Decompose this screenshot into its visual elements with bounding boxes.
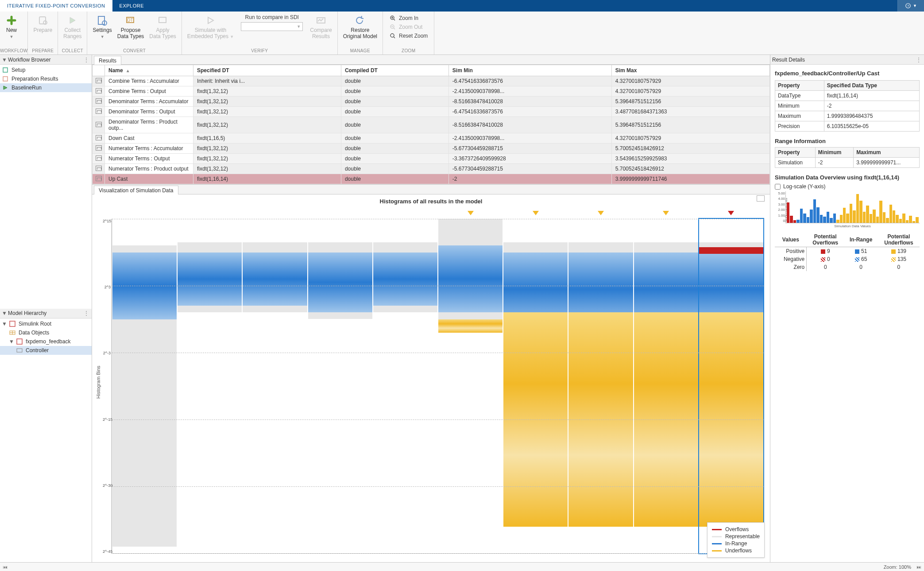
histogram-column[interactable] [112, 219, 177, 553]
tab-explore[interactable]: EXPLORE [112, 0, 151, 12]
zoom-reset-icon [389, 32, 396, 39]
histogram-column[interactable] [308, 219, 372, 553]
legend-swatch-in [712, 543, 722, 544]
app-tabbar: ITERATIVE FIXED-POINT CONVERSION EXPLORE… [0, 0, 924, 12]
log-scale-checkbox[interactable] [775, 184, 781, 190]
workflow-item-setup[interactable]: Setup [0, 66, 92, 74]
overflow-marker-icon [533, 211, 539, 215]
panel-menu-icon[interactable]: ⋮ [915, 57, 922, 63]
group-label-manage: MANAGE [338, 47, 383, 54]
col-simmin[interactable]: Sim Min [448, 65, 611, 76]
tab-visualization[interactable]: Visualization of Simulation Data [94, 186, 178, 194]
settings-button[interactable]: Settings▼ [90, 13, 114, 41]
prepare-button: Prepare [31, 13, 55, 35]
tree-node-data-objects[interactable]: Data Objects [0, 328, 92, 337]
run-to-compare-label: Run to compare in SDI [245, 14, 299, 20]
tab-results[interactable]: Results [94, 56, 121, 65]
overflow-marker-icon [468, 211, 474, 215]
table-row[interactable]: Denominator Terms : Product outp...fixdt… [93, 117, 770, 133]
histogram-column[interactable] [634, 219, 698, 553]
histogram-column[interactable] [438, 219, 503, 553]
run-to-compare-dropdown[interactable]: ▼ [241, 22, 303, 31]
col-name[interactable]: Name▲ [105, 65, 193, 76]
play-icon [66, 14, 79, 27]
subsystem-icon [16, 347, 23, 353]
histogram-column[interactable] [243, 219, 307, 553]
workflow-browser-header: ▼ Workflow Browser ⋮ [0, 55, 92, 65]
histogram-column[interactable] [373, 219, 437, 553]
minichart-xlabel: Simulation Data Values [785, 224, 920, 228]
tree-node-simulink-root[interactable]: ▼ Simulink Root [0, 319, 92, 328]
new-button[interactable]: New▼ [3, 13, 20, 41]
apply-icon [157, 14, 169, 27]
zoom-in-button[interactable]: Zoom In [388, 14, 429, 22]
overflow-marker-icon [598, 211, 604, 215]
propose-icon: DT [124, 14, 137, 27]
histogram-column[interactable] [178, 219, 242, 553]
propose-data-types-button[interactable]: DT Propose Data Types [115, 13, 147, 41]
tree-node-controller[interactable]: Controller [0, 346, 92, 355]
svg-point-14 [390, 34, 394, 37]
table-row[interactable]: Combine Terms : AccumulatorInherit: Inhe… [93, 76, 770, 86]
model-hierarchy-title: Model Hierarchy [8, 310, 83, 316]
svg-rect-9 [159, 17, 166, 23]
viz-tabrow: Visualization of Simulation Data [92, 185, 770, 194]
svg-rect-23 [17, 349, 22, 352]
col-icon[interactable] [93, 65, 105, 76]
chevron-down-icon: ▼ [297, 24, 301, 29]
reset-zoom-button[interactable]: Reset Zoom [388, 32, 429, 40]
signal-icon [96, 145, 102, 151]
histogram-column[interactable] [503, 219, 568, 553]
collect-ranges-button: Collect Ranges [61, 13, 84, 41]
restore-original-model-button[interactable]: Restore Original Model [340, 13, 380, 41]
workflow-item-baseline-run[interactable]: BaselineRun [0, 83, 92, 92]
help-icon: ? [905, 3, 911, 9]
table-row[interactable]: Combine Terms : Outputfixdt(1,32,12)doub… [93, 86, 770, 97]
table-row[interactable]: Numerator Terms : Outputfixdt(1,32,12)do… [93, 154, 770, 164]
histogram-column[interactable] [699, 219, 763, 553]
table-row[interactable]: Denominator Terms : Outputfixdt(1,32,12)… [93, 107, 770, 117]
col-simmax[interactable]: Sim Max [611, 65, 769, 76]
zoom-out-button: Zoom Out [388, 23, 429, 31]
prepare-icon [37, 14, 49, 27]
collapse-icon[interactable]: ▼ [9, 338, 13, 345]
group-label-workflow: WORKFLOW [0, 47, 27, 54]
log-scale-label: Log-scale (Y-axis) [783, 183, 826, 190]
table-row[interactable]: Denominator Terms : Accumulatorfixdt(1,3… [93, 97, 770, 107]
model-icon [16, 338, 23, 345]
tree-node-model[interactable]: ▼ fxpdemo_feedback [0, 337, 92, 346]
col-compiled[interactable]: Compiled DT [341, 65, 448, 76]
workflow-browser-tree: SetupPreparation ResultsBaselineRun [0, 65, 92, 309]
svg-rect-18 [10, 321, 15, 326]
chevron-down-icon: ▼ [230, 35, 234, 39]
nav-last-icon[interactable]: ⏭ [916, 564, 921, 570]
svg-marker-10 [208, 17, 213, 23]
collapse-icon[interactable]: ▼ [2, 57, 6, 63]
group-label-prepare: PREPARE [28, 47, 58, 54]
collapse-icon[interactable]: ▼ [2, 321, 6, 327]
simulink-icon [9, 321, 16, 327]
nav-first-icon[interactable]: ⏮ [3, 564, 8, 570]
help-dropdown[interactable]: ? ▼ [897, 0, 924, 12]
plus-icon [5, 14, 18, 27]
panel-menu-icon[interactable]: ⋮ [83, 57, 90, 63]
overflow-marker-icon [728, 211, 734, 215]
col-specified[interactable]: Specified DT [193, 65, 341, 76]
svg-marker-17 [4, 86, 7, 89]
signal-icon [96, 135, 102, 140]
range-info-table: Property Minimum Maximum Simulation-23.9… [775, 147, 920, 168]
model-hierarchy-tree: ▼ Simulink Root Data Objects ▼ fxpdemo_f… [0, 319, 92, 563]
table-row[interactable]: Down Castfixdt(1,16,5)double-2.413500903… [93, 133, 770, 144]
table-row[interactable]: Up Castfixdt(1,16,14)double-23.999999999… [93, 174, 770, 184]
legend-toggle-icon[interactable] [757, 195, 765, 202]
histogram-column[interactable] [568, 219, 633, 553]
panel-menu-icon[interactable]: ⋮ [83, 310, 90, 316]
legend-swatch-overflows [712, 529, 722, 530]
signal-icon [96, 78, 102, 83]
workflow-item-prep-results[interactable]: Preparation Results [0, 74, 92, 83]
collapse-icon[interactable]: ▼ [2, 310, 6, 316]
tab-iterative-fixed-point[interactable]: ITERATIVE FIXED-POINT CONVERSION [0, 0, 112, 12]
table-row[interactable]: Numerator Terms : Accumulatorfixdt(1,32,… [93, 144, 770, 154]
table-row[interactable]: Numerator Terms : Product outputfixdt(1,… [93, 164, 770, 174]
minichart: 5.004.003.002.001.000 [785, 191, 920, 223]
